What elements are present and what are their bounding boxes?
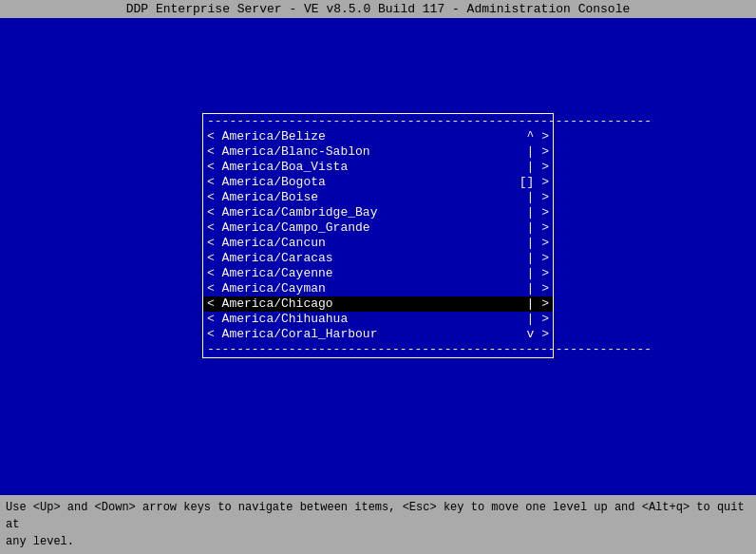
list-item[interactable]: < America/Campo_Grande| > [203, 220, 553, 236]
list-item-suffix: ^ > [527, 129, 549, 144]
list-item-label: < America/Blanc-Sablon [207, 144, 527, 160]
status-bar: Use <Up> and <Down> arrow keys to naviga… [0, 495, 756, 554]
list-item-suffix: | > [527, 281, 549, 296]
list-border-bottom: ----------------------------------------… [203, 342, 553, 357]
status-line1: Use <Up> and <Down> arrow keys to naviga… [6, 499, 750, 533]
list-item-label: < America/Chihuahua [207, 312, 527, 327]
list-item-suffix: | > [527, 205, 549, 220]
list-item[interactable]: < America/Coral_Harbourv > [203, 327, 553, 342]
list-item-suffix: | > [527, 312, 549, 327]
list-item-label: < America/Belize [207, 129, 527, 144]
list-item-suffix: | > [527, 251, 549, 266]
list-box[interactable]: ----------------------------------------… [202, 113, 554, 358]
list-item-suffix: | > [527, 236, 549, 251]
list-item-suffix: | > [527, 160, 549, 175]
list-item[interactable]: < America/Boa_Vista| > [203, 160, 553, 175]
list-item[interactable]: < America/Caracas| > [203, 251, 553, 266]
list-item-label: < America/Bogota [207, 175, 520, 190]
list-item-suffix: | > [527, 266, 549, 281]
list-item-label: < America/Cambridge_Bay [207, 205, 527, 220]
list-item-label: < America/Boise [207, 190, 527, 205]
list-item-label: < America/Chicago [207, 296, 527, 312]
list-item-suffix: | > [527, 190, 549, 205]
list-item[interactable]: < America/Chihuahua| > [203, 312, 553, 327]
list-item-suffix: v > [527, 327, 549, 342]
list-item[interactable]: < America/Cambridge_Bay| > [203, 205, 553, 220]
list-item[interactable]: < America/Chicago| > [203, 296, 553, 312]
list-item[interactable]: < America/Boise| > [203, 190, 553, 205]
list-item[interactable]: < America/Cayenne| > [203, 266, 553, 281]
list-item-suffix: [] > [520, 175, 549, 190]
list-item-suffix: | > [527, 144, 549, 160]
list-item-label: < America/Cayenne [207, 266, 527, 281]
list-item-label: < America/Boa_Vista [207, 160, 527, 175]
list-item[interactable]: < America/Bogota[] > [203, 175, 553, 190]
list-item-label: < America/Coral_Harbour [207, 327, 527, 342]
list-item-label: < America/Cayman [207, 281, 527, 296]
main-content: ----------------------------------------… [0, 18, 756, 358]
list-item[interactable]: < America/Cancun| > [203, 236, 553, 251]
list-item[interactable]: < America/Cayman| > [203, 281, 553, 296]
list-border-top: ----------------------------------------… [203, 114, 553, 129]
list-item-label: < America/Caracas [207, 251, 527, 266]
title-text: DDP Enterprise Server - VE v8.5.0 Build … [126, 2, 631, 16]
list-item-label: < America/Cancun [207, 236, 527, 251]
status-line2: any level. [6, 533, 750, 550]
list-item[interactable]: < America/Belize^ > [203, 129, 553, 144]
list-item[interactable]: < America/Blanc-Sablon| > [203, 144, 553, 160]
list-item-suffix: | > [527, 296, 549, 312]
list-item-label: < America/Campo_Grande [207, 220, 527, 236]
title-bar: DDP Enterprise Server - VE v8.5.0 Build … [0, 0, 756, 18]
list-item-suffix: | > [527, 220, 549, 236]
